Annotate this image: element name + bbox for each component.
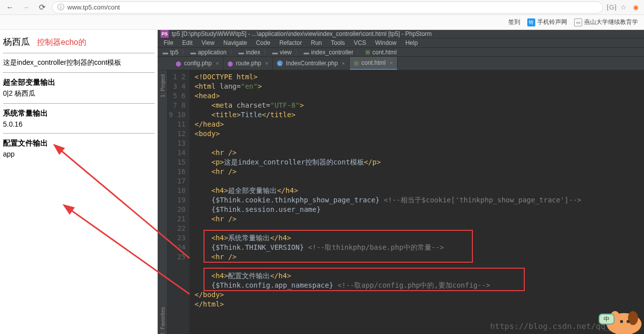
page-desc: 这是index_controller控制器的cont模板	[3, 58, 155, 67]
tab-config[interactable]: ⬤config.php×	[172, 57, 223, 70]
folder-icon: ▬	[304, 49, 309, 55]
url-bar[interactable]: ⓘ www.tp5.com/cont	[52, 1, 603, 13]
doc-icon: ▭	[574, 18, 582, 26]
mascot-icon: 中	[584, 294, 644, 334]
info-icon: ⓘ	[57, 3, 64, 12]
close-icon[interactable]: ×	[215, 60, 218, 66]
url-text: www.tp5.com/cont	[67, 3, 120, 11]
nav-back-button[interactable]: ←	[4, 1, 16, 13]
menu-vcs[interactable]: VCS	[350, 38, 370, 47]
menu-tools[interactable]: Tools	[327, 38, 349, 47]
menu-window[interactable]: Window	[371, 38, 401, 47]
svg-text:中: 中	[604, 316, 610, 323]
folder-icon: ▬	[163, 49, 168, 55]
menu-file[interactable]: File	[160, 38, 177, 47]
tab-route[interactable]: ⬤route.php×	[223, 57, 273, 70]
ide-title-text: tp5 [D:\phpStudy\WWW\tp5] - ...\applicat…	[172, 30, 432, 37]
heading-super: 超全部变量输出	[3, 78, 155, 87]
svg-point-5	[620, 320, 623, 323]
ide-breadcrumb: ▬tp5〉 ▬application〉 ▬index〉 ▬view〉 ▬inde…	[158, 48, 644, 57]
bookmark-sign[interactable]: 签到	[508, 18, 520, 26]
bc-app[interactable]: ▬application	[189, 49, 228, 56]
rendered-page: 杨西瓜控制器echo的 这是index_controller控制器的cont模板…	[0, 30, 158, 334]
project-tab[interactable]: 1: Project	[160, 74, 166, 97]
editor[interactable]: 1 2 3 4 5 6 7 8 9 10 11 12 13 14 15 16 1…	[168, 70, 644, 334]
editor-wrap: 1: Project 2: Favorites 1 2 3 4 5 6 7 8 …	[158, 70, 644, 334]
close-icon[interactable]: ×	[390, 60, 393, 66]
bookmark-bar: 签到 铃手机铃声网 ▭燕山大学继续教育学	[0, 15, 644, 30]
bc-ctrl[interactable]: ▬index_controller	[302, 49, 356, 56]
close-icon[interactable]: ×	[342, 60, 345, 66]
folder-icon: ▬	[238, 49, 244, 55]
menu-edit[interactable]: Edit	[178, 38, 197, 47]
ring-icon: 铃	[527, 18, 535, 26]
heading-conf: 配置文件输出	[3, 139, 155, 148]
nav-fwd-button[interactable]: →	[20, 1, 32, 13]
phpstorm-icon: PS	[161, 30, 169, 38]
menu-help[interactable]: Help	[402, 38, 422, 47]
folder-icon: ▬	[191, 49, 196, 55]
class-icon: C	[277, 60, 283, 66]
browser-toolbar: ← → ⟳ ⓘ www.tp5.com/cont ⁅G⁆ ☆ ◉	[0, 0, 644, 15]
menu-code[interactable]: Code	[252, 38, 274, 47]
bc-file[interactable]: ▦cont.html	[363, 49, 399, 56]
nav-reload-button[interactable]: ⟳	[36, 1, 48, 13]
bookmark-ring[interactable]: 铃手机铃声网	[527, 18, 567, 26]
svg-point-4	[628, 311, 638, 325]
echo-note: 控制器echo的	[37, 38, 86, 46]
ide-tabs: ⬤config.php× ⬤route.php× CIndexControlle…	[158, 57, 644, 70]
extension-icons: ⁅G⁆ ☆ ◉	[607, 3, 640, 12]
star-icon[interactable]: ☆	[619, 3, 628, 12]
menu-navigate[interactable]: Navigate	[219, 38, 251, 47]
bc-view[interactable]: ▬view	[270, 49, 294, 56]
heading-sys: 系统常量输出	[3, 109, 155, 118]
phpstorm-window: PS tp5 [D:\phpStudy\WWW\tp5] - ...\appli…	[158, 30, 644, 334]
ide-menu-bar: File Edit View Navigate Code Refactor Ru…	[158, 38, 644, 48]
bc-index[interactable]: ▬index	[236, 49, 262, 56]
close-icon[interactable]: ×	[265, 60, 268, 66]
menu-refactor[interactable]: Refactor	[275, 38, 306, 47]
menu-run[interactable]: Run	[307, 38, 326, 47]
extension-icon[interactable]: ◉	[631, 3, 640, 12]
translate-icon[interactable]: ⁅G⁆	[607, 3, 616, 12]
code-area[interactable]: <!DOCTYPE html> <html lang="en"> <head> …	[190, 70, 644, 334]
tab-indexcontroller[interactable]: CIndexController.php×	[273, 57, 350, 70]
favorites-tab[interactable]: 2: Favorites	[160, 307, 166, 334]
html-icon: ▦	[354, 60, 359, 66]
php-icon: ⬤	[176, 61, 181, 66]
gutter: 1 2 3 4 5 6 7 8 9 10 11 12 13 14 15 16 1…	[168, 70, 190, 334]
svg-point-6	[627, 320, 630, 323]
value-conf: app	[3, 150, 155, 158]
ide-sidebar-tabs: 1: Project 2: Favorites	[158, 70, 168, 334]
bc-root[interactable]: ▬tp5	[161, 49, 181, 56]
tab-conthtml[interactable]: ▦cont.html×	[350, 57, 398, 70]
html-icon: ▦	[365, 49, 370, 55]
value-sys: 5.0.16	[3, 120, 155, 128]
menu-view[interactable]: View	[198, 38, 218, 47]
folder-icon: ▬	[272, 49, 278, 55]
php-icon: ⬤	[227, 61, 233, 66]
value-super: 0|2 杨西瓜	[3, 89, 155, 98]
ide-title-bar: PS tp5 [D:\phpStudy\WWW\tp5] - ...\appli…	[158, 30, 644, 38]
bookmark-edu[interactable]: ▭燕山大学继续教育学	[574, 18, 638, 26]
page-name: 杨西瓜控制器echo的	[3, 36, 155, 48]
